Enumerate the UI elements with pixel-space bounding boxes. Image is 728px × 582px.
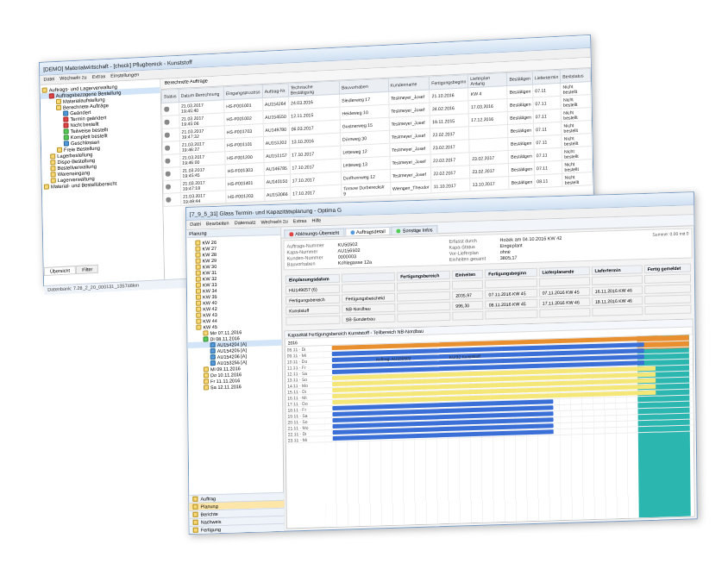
confirm-link[interactable]: Bestätigen: [509, 149, 535, 163]
tab-dot-icon: [397, 228, 401, 233]
planning-tree-panel: Planung KW 26KW 27KW 28KW 29KW 30KW 31KW…: [186, 228, 285, 534]
menu-item[interactable]: Wechseln zu: [60, 74, 87, 83]
column-header[interactable]: Fertigungsbeginn: [485, 268, 537, 278]
menu-item[interactable]: Hilfe: [311, 217, 321, 224]
folder-icon: [204, 366, 209, 372]
folder-icon: [196, 318, 201, 323]
folder-icon: [210, 348, 216, 354]
menu-item[interactable]: Datei: [43, 76, 54, 84]
folder-icon: [57, 147, 62, 152]
confirm-link[interactable]: Bestätigen: [508, 136, 534, 150]
info-value: Kohlegasse 12a: [338, 260, 373, 266]
folder-icon: [50, 153, 55, 159]
confirm-link[interactable]: Bestätigen: [508, 123, 534, 137]
folder-icon: [196, 288, 201, 293]
detail-tab[interactable]: Sonstige Infos: [392, 225, 438, 235]
tree-label: Mi 09.11.2016: [210, 366, 241, 372]
folder-icon: [196, 282, 201, 287]
tree-label: KW 45: [203, 323, 217, 329]
tree-label: Sa 12.11.2016: [210, 384, 242, 390]
tree-label: KW 29: [203, 257, 217, 262]
menu-item[interactable]: Wechseln zu: [260, 218, 287, 226]
tree-label: AU154204 [A]: [217, 341, 247, 347]
folder-icon: [49, 93, 54, 98]
column-header[interactable]: Einplanungsdatum: [286, 274, 341, 285]
gantt-chart[interactable]: Auftrag: AU150502 KU/32 Kunststoff: [324, 335, 694, 527]
column-header[interactable]: Bestätigen: [507, 72, 533, 85]
tree-label: KW 40: [203, 299, 217, 304]
info-value: AU156502: [338, 247, 361, 253]
folder-icon: [196, 294, 201, 299]
side-tab[interactable]: Fertigung: [190, 523, 285, 534]
tree-label: KW 35: [203, 293, 217, 298]
confirm-link[interactable]: Bestätigen: [507, 97, 533, 111]
tree-label: KW 28: [203, 251, 217, 256]
tree-label: KW 32: [203, 275, 217, 280]
folder-icon: [64, 128, 69, 134]
folder-icon: [63, 110, 68, 116]
tab-label: Auftragsdetail: [356, 228, 386, 235]
column-header[interactable]: Lieferplanende: [538, 266, 589, 277]
confirm-link[interactable]: Bestätigen: [507, 84, 533, 98]
folder-icon: [56, 98, 61, 103]
tree-label: KW 43: [203, 311, 217, 316]
folder-icon: [196, 252, 201, 257]
tab-label: Ablösungs-Übersicht: [295, 230, 339, 237]
status-dot-icon: [165, 158, 170, 163]
side-tab-label: Fertigung: [201, 527, 221, 533]
summary-label: Summe: 0,00 mit 0: [611, 231, 688, 259]
column-header[interactable]: Fertig gemeldet: [644, 263, 691, 273]
menu-item[interactable]: Datei: [190, 221, 201, 228]
tree-label: KW 33: [203, 281, 217, 286]
bottom-tab[interactable]: Übersicht: [44, 266, 76, 276]
tree-label: AU153255 [A]: [217, 359, 247, 365]
menu-item[interactable]: Datensatz: [235, 220, 256, 228]
folder-icon: [51, 178, 56, 183]
column-header[interactable]: Auftrag-Nr.: [262, 84, 288, 98]
detail-tab[interactable]: Ablösungs-Übersicht: [284, 228, 344, 237]
folder-icon: [196, 306, 201, 311]
status-dot-icon: [166, 184, 171, 189]
confirm-link[interactable]: Bestätigen: [509, 175, 535, 189]
folder-icon: [196, 264, 201, 269]
column-header[interactable]: Liefertermin: [532, 70, 561, 84]
folder-icon: [56, 104, 61, 110]
tab-icon: [193, 528, 198, 533]
menu-item[interactable]: Bearbeiten: [206, 220, 229, 228]
tree-label: KW 42: [203, 305, 217, 310]
folder-icon: [204, 385, 209, 390]
status-dot-icon: [166, 171, 171, 176]
folder-icon: [63, 122, 68, 128]
folder-icon: [195, 240, 200, 245]
folder-icon: [210, 354, 216, 360]
confirm-link[interactable]: Bestätigen: [508, 110, 534, 124]
menu-item[interactable]: Extras: [92, 73, 106, 81]
column-header[interactable]: Einheiten: [452, 270, 483, 279]
column-header[interactable]: Beststatus: [561, 69, 591, 84]
folder-icon: [203, 330, 208, 335]
info-value: 0000003: [338, 253, 356, 260]
folder-icon: [195, 246, 200, 251]
status-dot-icon: [165, 132, 170, 137]
side-tab-label: Berichte: [201, 511, 218, 517]
column-header[interactable]: [342, 272, 395, 283]
column-header[interactable]: Status: [161, 89, 179, 103]
folder-icon: [204, 372, 209, 378]
gantt-date-axis: 08.11 - Di09.11 - Mi10.11 - Do11.11 - Fr…: [286, 346, 326, 528]
detail-tab[interactable]: Auftragsdetail: [345, 227, 391, 236]
tab-icon: [193, 520, 198, 525]
info-label: Einheiten gesamt: [449, 255, 497, 262]
folder-icon: [210, 360, 216, 366]
tree-label: Di 08.11.2016: [210, 335, 240, 341]
side-tab-label: Nachweis: [201, 519, 222, 525]
column-header[interactable]: Fertigungsbereich: [397, 271, 450, 281]
menu-item[interactable]: Einstellungen: [110, 72, 139, 80]
menu-item[interactable]: Extras: [293, 218, 307, 225]
folder-icon: [204, 336, 209, 341]
folder-icon: [196, 270, 201, 275]
tree-label: Fr 11.11.2016: [210, 378, 240, 384]
bottom-tab[interactable]: Filter: [76, 265, 98, 274]
column-header[interactable]: Liefertermin: [592, 265, 643, 275]
kapazitaetsplanung-window: [7_9_5_31] Glass Termin- und Kapazitätsp…: [185, 191, 698, 535]
confirm-link[interactable]: Bestätigen: [509, 162, 535, 176]
